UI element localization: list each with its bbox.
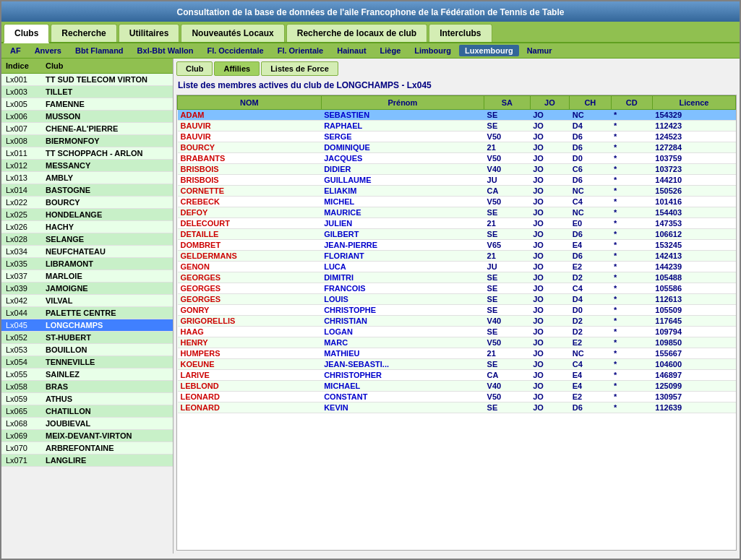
club-row[interactable]: Lx045LONGCHAMPS [1,319,173,332]
region-tab-liège[interactable]: Liège [374,45,407,56]
table-row[interactable]: KOEUNEJEAN-SEBASTI...SEJOC4*104600 [178,359,736,370]
member-cd: * [611,392,652,402]
region-tab-bbt-flamand[interactable]: Bbt Flamand [69,45,129,56]
member-ch: D6 [570,175,611,186]
sub-tab-affilies[interactable]: Affilies [214,61,260,76]
club-row[interactable]: Lx068JOUBIEVAL [1,418,173,430]
table-row[interactable]: BAUVIRSERGEV50JOD6*124523 [178,132,736,142]
member-cd: * [611,142,652,153]
club-row[interactable]: Lx013AMBLY [1,172,173,184]
region-tab-bxl-bbt-wallon[interactable]: Bxl-Bbt Wallon [132,45,200,56]
member-ch: NC [570,207,611,218]
member-sa: SE [484,229,531,240]
table-row[interactable]: LEONARDKEVINSEJOD6*112639 [178,402,736,413]
table-row[interactable]: GEORGESDIMITRISEJOD2*105488 [178,272,736,283]
table-row[interactable]: DOMBRETJEAN-PIERREV65JOE4*153245 [178,240,736,251]
region-tab-fl--occidentale[interactable]: Fl. Occidentale [201,45,269,56]
table-row[interactable]: LEONARDCONSTANTV50JOE2*130957 [178,392,736,402]
club-row[interactable]: Lx014BASTOGNE [1,184,173,197]
region-tab-af[interactable]: AF [4,45,27,56]
table-row[interactable]: DETAILLEGILBERTSEJOD6*106612 [178,229,736,240]
member-nom: GONRY [178,305,322,316]
club-row[interactable]: Lx071LANGLIRE [1,455,173,467]
club-row[interactable]: Lx069MEIX-DEVANT-VIRTON [1,430,173,442]
club-row[interactable]: Lx052ST-HUBERT [1,332,173,344]
table-row[interactable]: HUMPERSMATHIEU21JONC*155667 [178,348,736,359]
table-row[interactable]: ADAMSEBASTIENSEJONC*154329 [178,110,736,121]
table-row[interactable]: GEORGESLOUISSEJOD4*112613 [178,294,736,305]
main-tab-nouveautés-locaux[interactable]: Nouveautés Locaux [181,24,284,42]
club-row[interactable]: Lx011TT SCHOPPACH - ARLON [1,147,173,160]
table-row[interactable]: GENONLUCAJUJOE2*144239 [178,262,736,272]
table-row[interactable]: CORNETTEELIAKIMCAJONC*150526 [178,186,736,197]
member-jo: JO [530,316,570,327]
table-row[interactable]: LARIVECHRISTOPHERCAJOE4*146897 [178,370,736,381]
table-row[interactable]: GELDERMANSFLORIANT21JOD6*142413 [178,251,736,262]
table-scroll[interactable]: NOM Prénom SA JO CH CD Licence ADAMSEBAS… [177,95,736,550]
club-list[interactable]: Lx001TT SUD TELECOM VIRTONLx003TILLETLx0… [1,74,173,553]
club-indice: Lx012 [3,160,43,171]
table-row[interactable]: DELECOURTJULIEN21JOE0*147353 [178,218,736,229]
table-row[interactable]: BRISBOISDIDIERV40JOC6*103723 [178,164,736,175]
club-row[interactable]: Lx006MUSSON [1,111,173,123]
club-row[interactable]: Lx039JAMOIGNE [1,283,173,295]
region-tab-limbourg[interactable]: Limbourg [408,45,457,56]
region-tab-fl--orientale[interactable]: Fl. Orientale [272,45,330,56]
prenom-header: Prénom [321,96,484,110]
table-row[interactable]: GEORGESFRANCOISSEJOC4*105586 [178,283,736,294]
table-row[interactable]: BOURCYDOMINIQUE21JOD6*127284 [178,142,736,153]
club-row[interactable]: Lx005FAMENNE [1,98,173,111]
table-row[interactable]: BAUVIRRAPHAELSEJOD4*112423 [178,121,736,132]
club-row[interactable]: Lx022BOURCY [1,197,173,209]
member-cd: * [611,316,652,327]
club-row[interactable]: Lx055SAINLEZ [1,369,173,381]
table-row[interactable]: HAAGLOGANSEJOD2*109794 [178,327,736,337]
table-row[interactable]: GRIGORELLISCHRISTIANV40JOD2*117645 [178,316,736,327]
indice-col-header: Indice [3,60,43,72]
club-row[interactable]: Lx058BRAS [1,381,173,393]
table-row[interactable]: DEFOYMAURICESEJONC*154403 [178,207,736,218]
club-row[interactable]: Lx035LIBRAMONT [1,258,173,270]
club-row[interactable]: Lx028SELANGE [1,233,173,246]
club-row[interactable]: Lx044PALETTE CENTRE [1,307,173,319]
club-row[interactable]: Lx053BOUILLON [1,344,173,356]
sub-tab-club[interactable]: Club [176,61,213,76]
club-row[interactable]: Lx025HONDELANGE [1,209,173,221]
table-row[interactable]: BRABANTSJACQUESV50JOD0*103759 [178,153,736,164]
main-tab-utilitaires[interactable]: Utilitaires [119,24,180,42]
club-row[interactable]: Lx034NEUFCHATEAU [1,246,173,258]
table-row[interactable]: HENRYMARCV50JOE2*109850 [178,337,736,348]
member-jo: JO [530,272,570,283]
main-tab-recherche[interactable]: Recherche [51,24,116,42]
member-licence: 112639 [652,402,735,413]
club-indice: Lx053 [3,345,43,355]
club-row[interactable]: Lx003TILLET [1,86,173,98]
main-tab-interclubs[interactable]: Interclubs [429,24,492,42]
region-tab-hainaut[interactable]: Hainaut [331,45,372,56]
club-row[interactable]: Lx037MARLOIE [1,270,173,283]
club-row[interactable]: Lx008BIERMONFOY [1,135,173,147]
table-row[interactable]: LEBLONDMICHAELV40JOE4*125099 [178,381,736,392]
sub-tab-listes-de-force[interactable]: Listes de Force [261,61,338,76]
table-row[interactable]: GONRYCHRISTOPHESEJOD0*105509 [178,305,736,316]
club-row[interactable]: Lx059ATHUS [1,393,173,405]
club-name: BRAS [43,382,171,392]
table-row[interactable]: CREBECKMICHELV50JOC4*101416 [178,197,736,207]
club-row[interactable]: Lx054TENNEVILLE [1,356,173,369]
club-row[interactable]: Lx070ARBREFONTAINE [1,442,173,455]
region-tab-luxembourg[interactable]: Luxembourg [459,45,519,56]
club-row[interactable]: Lx001TT SUD TELECOM VIRTON [1,74,173,86]
region-tab-namur[interactable]: Namur [521,45,558,56]
main-tab-clubs[interactable]: Clubs [4,24,49,43]
main-tab-recherche-de-locaux-de-club[interactable]: Recherche de locaux de club [286,24,427,42]
club-row[interactable]: Lx012MESSANCY [1,160,173,172]
region-tab-anvers[interactable]: Anvers [29,45,67,56]
club-row[interactable]: Lx007CHENE-AL'PIERRE [1,123,173,135]
member-nom: BRABANTS [178,153,322,164]
member-jo: JO [530,370,570,381]
club-row[interactable]: Lx042VILVAL [1,295,173,307]
member-cd: * [611,272,652,283]
club-row[interactable]: Lx026HACHY [1,221,173,233]
table-row[interactable]: BRISBOISGUILLAUMEJUJOD6*144210 [178,175,736,186]
club-row[interactable]: Lx065CHATILLON [1,405,173,418]
